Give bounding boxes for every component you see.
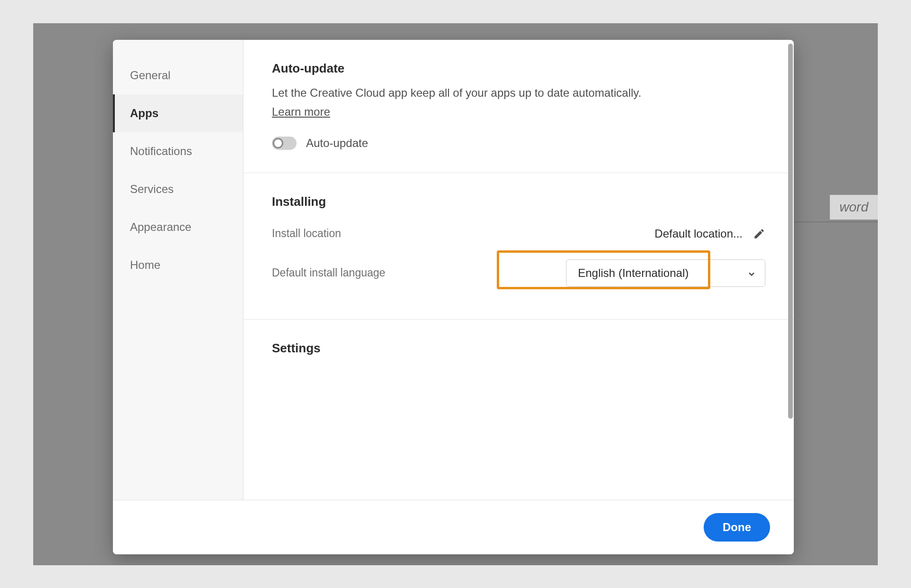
installing-title: Installing (272, 194, 765, 209)
preferences-modal: General Apps Notifications Services Appe… (113, 40, 794, 554)
modal-body: General Apps Notifications Services Appe… (113, 40, 794, 500)
toggle-knob (273, 138, 283, 148)
preferences-sidebar: General Apps Notifications Services Appe… (113, 40, 243, 500)
section-installing: Installing Install location Default loca… (243, 173, 794, 320)
settings-title: Settings (272, 341, 765, 356)
sidebar-item-apps[interactable]: Apps (113, 94, 243, 132)
chevron-down-icon (747, 268, 756, 278)
auto-update-toggle[interactable] (272, 137, 297, 150)
auto-update-toggle-row: Auto-update (272, 137, 765, 150)
scrollbar-thumb[interactable] (788, 44, 793, 419)
auto-update-description: Let the Creative Cloud app keep all of y… (272, 84, 765, 101)
install-location-label: Install location (272, 227, 341, 240)
preferences-content: Auto-update Let the Creative Cloud app k… (243, 40, 794, 500)
sidebar-item-notifications[interactable]: Notifications (113, 132, 243, 170)
install-language-row: Default install language English (Intern… (272, 250, 765, 296)
sidebar-item-services[interactable]: Services (113, 170, 243, 208)
pencil-icon[interactable] (753, 228, 765, 240)
sidebar-item-home[interactable]: Home (113, 246, 243, 284)
language-dropdown[interactable]: English (International) (566, 259, 765, 287)
install-location-row: Install location Default location... (272, 218, 765, 250)
modal-footer: Done (113, 500, 794, 554)
auto-update-toggle-label: Auto-update (306, 137, 368, 150)
section-auto-update: Auto-update Let the Creative Cloud app k… (243, 40, 794, 173)
sidebar-item-appearance[interactable]: Appearance (113, 208, 243, 246)
install-language-label: Default install language (272, 266, 385, 279)
learn-more-link[interactable]: Learn more (272, 105, 330, 119)
auto-update-title: Auto-update (272, 61, 765, 76)
background-placeholder-text: word (830, 195, 878, 220)
done-button[interactable]: Done (704, 513, 770, 542)
background-window: word General Apps Notifications Services… (33, 23, 878, 565)
install-location-value-group: Default location... (655, 227, 765, 240)
section-settings: Settings (243, 320, 794, 387)
install-location-value: Default location... (655, 227, 743, 240)
sidebar-item-general[interactable]: General (113, 56, 243, 94)
language-dropdown-value: English (International) (578, 266, 688, 280)
content-scrollbar[interactable] (788, 44, 793, 496)
content-wrapper: Auto-update Let the Creative Cloud app k… (243, 40, 794, 500)
